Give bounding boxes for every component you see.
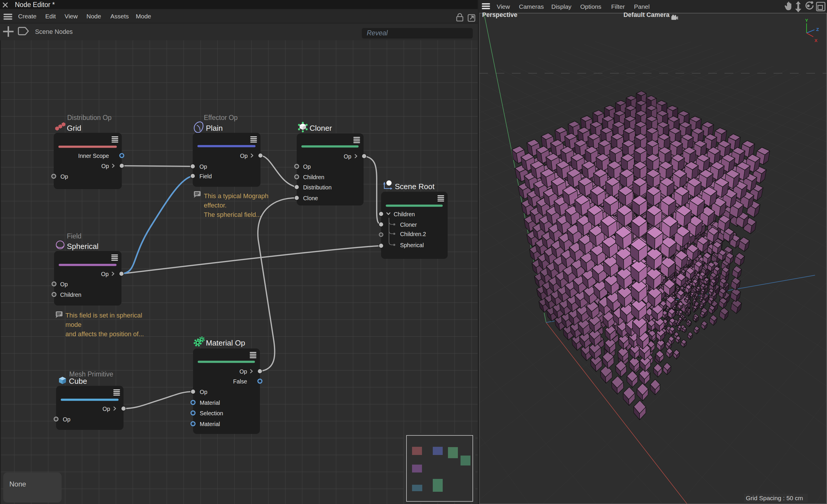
svg-text:The spherical field...: The spherical field...	[204, 211, 261, 218]
svg-text:Cloner: Cloner	[400, 222, 417, 228]
svg-text:and affects the position of...: and affects the position of...	[65, 330, 144, 338]
svg-text:Selection: Selection	[200, 410, 223, 416]
svg-text:Node Editor *: Node Editor *	[15, 1, 55, 8]
svg-text:Options: Options	[580, 3, 601, 10]
svg-text:Node: Node	[87, 13, 101, 19]
svg-text:X: X	[815, 38, 818, 43]
svg-text:Material: Material	[200, 399, 220, 406]
svg-text:Field: Field	[67, 232, 82, 240]
svg-text:Distribution Op: Distribution Op	[67, 114, 111, 121]
svg-text:Op: Op	[60, 173, 68, 180]
svg-text:Spherical: Spherical	[67, 242, 98, 251]
svg-text:Perspective: Perspective	[482, 11, 518, 18]
svg-text:Plain: Plain	[206, 124, 223, 132]
svg-text:Spherical: Spherical	[400, 242, 424, 248]
svg-text:Op: Op	[101, 163, 109, 169]
svg-text:Edit: Edit	[45, 13, 56, 19]
svg-text:Z: Z	[816, 27, 819, 32]
svg-text:Cloner: Cloner	[309, 124, 332, 132]
svg-text:mode: mode	[65, 321, 82, 328]
svg-text:Filter: Filter	[611, 3, 625, 10]
svg-text:Op: Op	[102, 406, 110, 412]
svg-text:Material Op: Material Op	[206, 339, 245, 347]
svg-text:Field: Field	[199, 173, 212, 179]
svg-text:Material: Material	[200, 421, 220, 427]
svg-text:Children: Children	[303, 174, 325, 180]
svg-text:Children.2: Children.2	[400, 231, 426, 237]
svg-text:Mode: Mode	[136, 13, 151, 19]
svg-text:Effector Op: Effector Op	[204, 114, 238, 121]
svg-text:Op: Op	[101, 271, 109, 277]
svg-text:Grid Spacing : 50 cm: Grid Spacing : 50 cm	[746, 495, 803, 501]
svg-text:View: View	[497, 3, 510, 10]
svg-text:Y: Y	[805, 18, 808, 23]
svg-text:None: None	[9, 480, 26, 488]
svg-text:Op: Op	[63, 416, 70, 423]
svg-text:Op: Op	[60, 281, 68, 287]
svg-text:Children: Children	[394, 211, 415, 217]
svg-text:Op: Op	[303, 163, 311, 170]
svg-text:Grid: Grid	[67, 124, 81, 132]
svg-text:effector.: effector.	[204, 202, 227, 209]
svg-text:Create: Create	[18, 13, 37, 19]
svg-text:Op: Op	[200, 389, 207, 395]
svg-text:Assets: Assets	[110, 13, 129, 19]
svg-text:Scene Nodes: Scene Nodes	[35, 28, 73, 35]
svg-text:Op: Op	[199, 163, 207, 170]
svg-text:Clone: Clone	[303, 195, 318, 202]
svg-text:Op: Op	[344, 153, 351, 160]
svg-text:Op: Op	[239, 368, 247, 375]
svg-text:Default Camera: Default Camera	[624, 11, 670, 18]
svg-text:Display: Display	[551, 3, 572, 10]
svg-text:Reveal: Reveal	[367, 29, 388, 37]
svg-text:Distribution: Distribution	[303, 184, 332, 190]
svg-text:This field is set in spherical: This field is set in spherical	[65, 312, 142, 319]
svg-text:Op: Op	[240, 153, 248, 159]
svg-text:False: False	[233, 378, 247, 385]
svg-text:Panel: Panel	[634, 3, 650, 10]
svg-text:This a typical Mograph: This a typical Mograph	[204, 192, 269, 200]
svg-text:Children: Children	[60, 291, 82, 298]
svg-text:Cameras: Cameras	[519, 3, 544, 10]
svg-text:Cube: Cube	[69, 377, 87, 386]
svg-text:View: View	[64, 13, 78, 19]
svg-text:Scene Root: Scene Root	[395, 182, 435, 191]
svg-text:Inner Scope: Inner Scope	[78, 153, 109, 159]
